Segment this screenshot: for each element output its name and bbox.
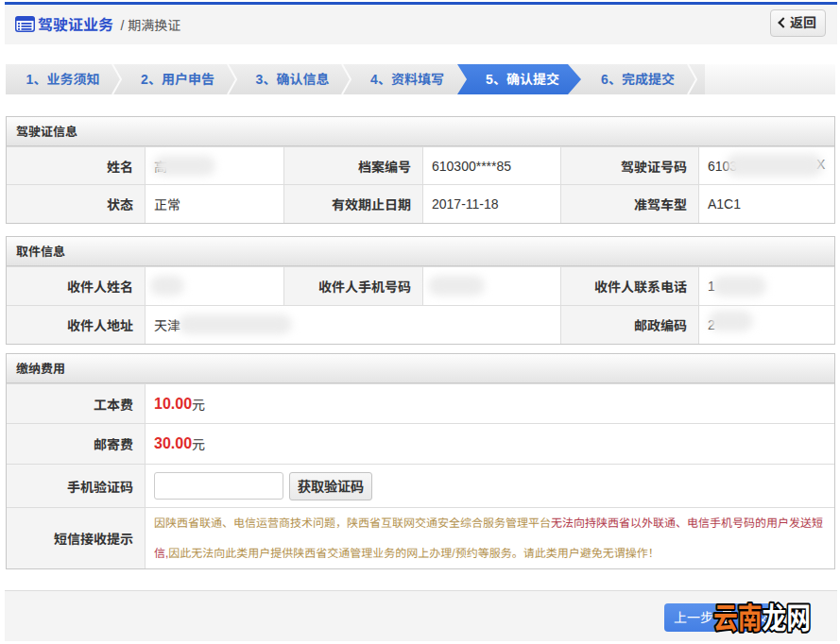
svg-text:云南龙网: 云南龙网	[713, 602, 811, 636]
